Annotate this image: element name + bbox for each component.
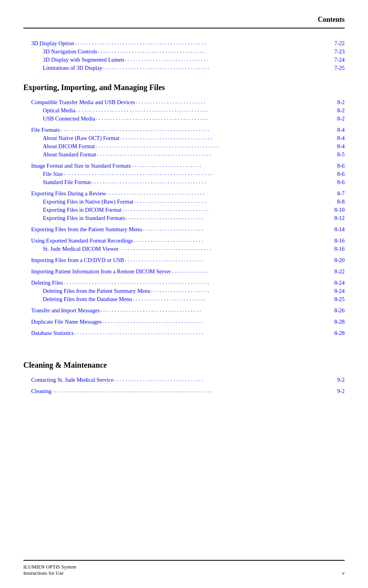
toc-label[interactable]: Transfer and Import Messages	[31, 307, 100, 314]
toc-label[interactable]: File Size	[43, 171, 63, 177]
toc-entry[interactable]: Deleting Files . . . . . . . . . . . . .…	[23, 280, 345, 286]
toc-page: 8-28	[334, 319, 345, 325]
toc-entry[interactable]: St. Jude Medical DICOM Viewer . . . . . …	[23, 246, 345, 252]
toc-entry[interactable]: Limitations of 3D Display . . . . . . . …	[23, 65, 345, 71]
toc-page: 8-12	[334, 215, 345, 221]
toc-label[interactable]: Standard File Format	[43, 179, 91, 186]
toc-label[interactable]: Deleting Files	[31, 280, 63, 286]
toc-entry[interactable]: Importing Patient Information from a Rem…	[23, 268, 345, 275]
toc-page: 8-25	[334, 296, 345, 303]
toc-label[interactable]: 3D Display Option	[31, 40, 74, 47]
toc-entry[interactable]: Exporting Files in Standard Formats . . …	[23, 215, 345, 221]
toc-dots: . . . . . . . . . . . . . . . . . . . . …	[64, 279, 334, 285]
toc-label[interactable]: Using Exported Standard Format Recording…	[31, 237, 133, 244]
toc-page: 8-14	[334, 226, 345, 233]
toc-entry[interactable]: About Native (Raw OCT) Format . . . . . …	[23, 135, 345, 142]
toc-entry[interactable]: Image Format and Size in Standard Format…	[23, 163, 345, 169]
toc-entry[interactable]: Using Exported Standard Format Recording…	[23, 237, 345, 244]
toc-dots: . . . . . . . . . . . . . . . . . . . . …	[100, 306, 333, 313]
toc-dots: . . . . . . . . . . . . . . . . . . . . …	[102, 318, 334, 324]
toc-label[interactable]: About Standard Format	[43, 151, 96, 158]
toc-label[interactable]: Deleting Files from the Database Menu	[43, 296, 132, 303]
section2-heading: Cleaning & Maintenance	[23, 361, 345, 370]
toc-page: 8-4	[337, 127, 345, 133]
toc-label[interactable]: St. Jude Medical DICOM Viewer	[43, 246, 118, 252]
toc-entry[interactable]: Deleting Files from the Database Menu . …	[23, 296, 345, 303]
toc-page: 8-20	[334, 257, 345, 264]
toc-page: 8-7	[337, 190, 345, 197]
toc-dots: . . . . . . . . . . . . . . . . . . . . …	[107, 190, 336, 196]
toc-dots: . . . . . . . . . . . . . . . . . . . . …	[75, 39, 333, 46]
toc-group: Deleting Files . . . . . . . . . . . . .…	[23, 280, 345, 303]
toc-dots: . . . . . . . . . . . . . . . . . . . . …	[74, 329, 333, 336]
toc-dots: . . . . . . . . . . . . . . . . . . . . …	[125, 256, 333, 263]
toc-entry[interactable]: Contacting St. Jude Medical Service . . …	[23, 377, 345, 383]
toc-group: Cleaning . . . . . . . . . . . . . . . .…	[23, 388, 345, 395]
toc-entry[interactable]: USB Connected Media . . . . . . . . . . …	[23, 115, 345, 122]
toc-label[interactable]: Importing Patient Information from a Rem…	[31, 268, 171, 275]
toc-group: Contacting St. Jude Medical Service . . …	[23, 377, 345, 383]
toc-label[interactable]: Exporting Files from the Patient Summary…	[31, 226, 142, 233]
toc-dots: . . . . . . . . . . . . .	[172, 267, 334, 274]
toc-dots: . . . . . . . . . . . . . . . . . . . . …	[76, 106, 336, 113]
toc-page: 8-6	[337, 179, 345, 186]
toc-dots: . . . . . . . . . . . . . . . . . . . . …	[103, 64, 334, 71]
toc-label[interactable]: Cleaning	[31, 388, 51, 395]
toc-label[interactable]: Image Format and Size in Standard Format…	[31, 163, 131, 169]
toc-label[interactable]: Exporting Files During a Review	[31, 190, 106, 197]
toc-label[interactable]: Duplicate File Name Messages	[31, 319, 102, 325]
toc-entry[interactable]: 3D Display with Segmented Lumen . . . . …	[23, 57, 345, 63]
toc-page: 8-10	[334, 207, 345, 213]
toc-entry[interactable]: 3D Navigation Controls . . . . . . . . .…	[23, 48, 345, 55]
toc-dots: . . . . . . . . . . . . . . . . . . . . …	[92, 178, 336, 185]
toc-label[interactable]: File Formats	[31, 127, 60, 133]
toc-label[interactable]: Database Statistics	[31, 330, 74, 337]
toc-entry[interactable]: Exporting Files in DICOM Format . . . . …	[23, 207, 345, 213]
toc-label[interactable]: Optical Media	[43, 107, 75, 114]
toc-label[interactable]: Contacting St. Jude Medical Service	[31, 377, 113, 383]
toc-dots: . . . . . . . . . . . . . . . . . . . . …	[96, 115, 336, 121]
toc-label[interactable]: About Native (Raw OCT) Format	[43, 135, 120, 142]
toc-entry[interactable]: About DICOM Format . . . . . . . . . . .…	[23, 143, 345, 150]
toc-entry[interactable]: Standard File Format . . . . . . . . . .…	[23, 179, 345, 186]
toc-page: 7-25	[334, 65, 345, 71]
toc-entry[interactable]: Importing Files from a CD/DVD or USB . .…	[23, 257, 345, 264]
toc-dots: . . . . . . . . . . . . . . . . . . . . …	[134, 198, 336, 204]
toc-dots: . . . . . . . . . . . . . . . . . . . . …	[136, 98, 336, 105]
toc-page: 8-22	[334, 268, 345, 275]
toc-page: 8-24	[334, 280, 345, 286]
toc-entry[interactable]: Exporting Files from the Patient Summary…	[23, 226, 345, 233]
toc-label[interactable]: Importing Files from a CD/DVD or USB	[31, 257, 124, 264]
toc-page: 8-4	[337, 143, 345, 150]
toc-entry[interactable]: Exporting Files During a Review . . . . …	[23, 190, 345, 197]
toc-label[interactable]: Exporting Files in Standard Formats	[43, 215, 125, 221]
toc-entry[interactable]: Optical Media . . . . . . . . . . . . . …	[23, 107, 345, 114]
toc-entry[interactable]: File Formats . . . . . . . . . . . . . .…	[23, 127, 345, 133]
toc-entry[interactable]: Deleting Files from the Patient Summary …	[23, 288, 345, 294]
toc-label[interactable]: About DICOM Format	[43, 143, 95, 150]
toc-entry[interactable]: Cleaning . . . . . . . . . . . . . . . .…	[23, 388, 345, 395]
toc-dots: . . . . . . . . . . . . . . . . . . . . …	[119, 245, 333, 251]
toc-label[interactable]: Compatible Transfer Media and USB Device…	[31, 99, 135, 106]
toc-group: Compatible Transfer Media and USB Device…	[23, 99, 345, 122]
toc-label[interactable]: 3D Display with Segmented Lumen	[43, 57, 124, 63]
toc-dots: . . . . . . . . . . . . . . . . . . . . …	[120, 134, 336, 141]
toc-label[interactable]: Exporting Files in DICOM Format	[43, 207, 121, 213]
toc-entry[interactable]: Transfer and Import Messages . . . . . .…	[23, 307, 345, 314]
toc-entry[interactable]: File Size . . . . . . . . . . . . . . . …	[23, 171, 345, 177]
toc-entry[interactable]: 3D Display Option . . . . . . . . . . . …	[23, 40, 345, 47]
toc-entry[interactable]: About Standard Format . . . . . . . . . …	[23, 151, 345, 158]
toc-label[interactable]: 3D Navigation Controls	[43, 48, 97, 55]
toc-group: Importing Files from a CD/DVD or USB . .…	[23, 257, 345, 264]
toc-entry[interactable]: Exporting Files in Native (Raw) Format .…	[23, 198, 345, 205]
toc-page: 8-2	[337, 99, 345, 106]
toc-label[interactable]: Exporting Files in Native (Raw) Format	[43, 198, 133, 205]
toc-label[interactable]: USB Connected Media	[43, 115, 95, 122]
toc-page: 8-24	[334, 288, 345, 294]
toc-entry[interactable]: Database Statistics . . . . . . . . . . …	[23, 330, 345, 337]
toc-label[interactable]: Limitations of 3D Display	[43, 65, 102, 71]
toc-label[interactable]: Deleting Files from the Patient Summary …	[43, 288, 150, 294]
toc-entry[interactable]: Duplicate File Name Messages . . . . . .…	[23, 319, 345, 325]
toc-page: 8-4	[337, 135, 345, 142]
toc-entry[interactable]: Compatible Transfer Media and USB Device…	[23, 99, 345, 106]
